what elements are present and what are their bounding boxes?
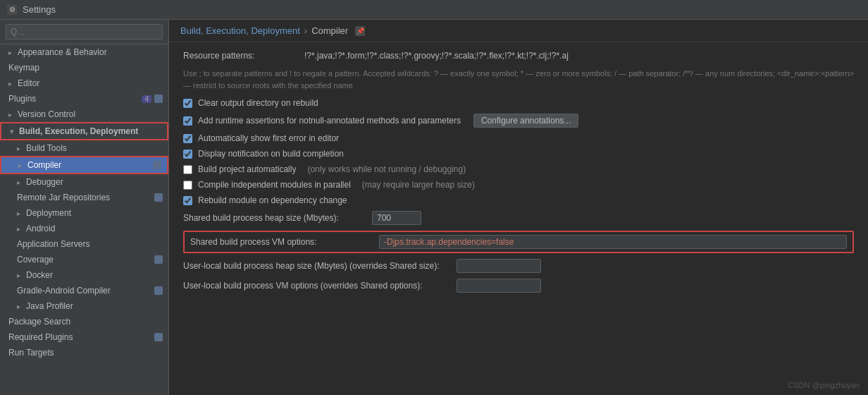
sidebar-item-build-tools[interactable]: ▸Build Tools (0, 140, 168, 156)
sidebar-item-android[interactable]: ▸Android (0, 221, 168, 236)
sidebar-item-label-run-targets: Run Targets (8, 348, 163, 358)
sidebar-item-label-keymap: Keymap (8, 63, 163, 73)
breadcrumb-separator: › (304, 25, 307, 36)
settings-icon: ⚙ (7, 5, 17, 15)
user-local-heap-input[interactable] (457, 259, 541, 273)
user-local-vm-input[interactable] (457, 279, 541, 293)
checkbox-row-build-auto: Build project automatically(only works w… (183, 164, 854, 174)
shared-heap-input[interactable] (372, 211, 421, 225)
checkbox-runtime-assertions[interactable] (183, 116, 192, 126)
sidebar-label-text-appearance: Appearance & Behavior (18, 47, 107, 57)
sidebar-item-appearance[interactable]: ▸Appearance & Behavior (0, 44, 168, 60)
inline-note-build-auto: (only works while not running / debuggin… (307, 164, 466, 174)
sidebar-label-text-coverage: Coverage (17, 255, 54, 265)
checkbox-row-notification-build: Display notification on build completion (183, 149, 854, 159)
checkbox-compile-parallel[interactable] (183, 181, 192, 190)
arrow-icon-version-control: ▸ (8, 111, 12, 119)
arrow-icon-build-exec-deploy: ▾ (10, 128, 13, 135)
checkbox-label-runtime-assertions: Add runtime assertions for notnull-annot… (198, 116, 461, 126)
sidebar-item-label-docker: ▸Docker (17, 270, 163, 280)
sidebar-content: ▸Appearance & BehaviorKeymap▸EditorPlugi… (0, 44, 168, 395)
sidebar-item-compiler[interactable]: ▸Compiler (0, 156, 168, 174)
icon-small-plugins (154, 95, 163, 103)
sidebar-label-text-build-exec-deploy: Build, Execution, Deployment (19, 126, 138, 136)
sidebar-item-label-remote-jar: Remote Jar Repositories (17, 193, 151, 202)
arrow-icon-android: ▸ (17, 225, 20, 233)
sidebar-label-text-deployment: Deployment (26, 208, 71, 218)
sidebar-item-gradle-android[interactable]: Gradle-Android Compiler (0, 283, 168, 298)
right-panel: Build, Execution, Deployment › Compiler … (169, 20, 868, 395)
checkbox-notification-build[interactable] (183, 150, 192, 159)
sidebar-item-label-package-search: Package Search (8, 317, 163, 327)
sidebar-item-docker[interactable]: ▸Docker (0, 267, 168, 283)
sidebar-label-text-package-search: Package Search (8, 317, 70, 327)
sidebar-item-label-plugins: Plugins (8, 94, 139, 104)
sidebar-item-coverage[interactable]: Coverage (0, 252, 168, 267)
checkbox-label-rebuild-module: Rebuild module on dependency change (198, 195, 347, 205)
breadcrumb-parent[interactable]: Build, Execution, Deployment (180, 25, 300, 36)
sidebar-item-app-servers[interactable]: Application Servers (0, 236, 168, 252)
checkbox-label-notification-build: Display notification on build completion (198, 149, 344, 159)
sidebar-label-text-debugger: Debugger (26, 177, 63, 187)
sidebar-item-label-app-servers: Application Servers (17, 239, 163, 249)
resource-patterns-row: Resource patterns: !?*.java;!?*.form;!?*… (183, 51, 854, 61)
resource-patterns-value: !?*.java;!?*.form;!?*.class;!?*.groovy;!… (304, 51, 854, 61)
arrow-icon-editor: ▸ (8, 80, 12, 87)
checkbox-clear-output[interactable] (183, 99, 192, 108)
arrow-icon-deployment: ▸ (17, 209, 20, 217)
pin-icon[interactable]: 📌 (355, 26, 365, 36)
checkbox-rebuild-module[interactable] (183, 196, 192, 205)
icon-small-compiler (153, 161, 161, 169)
shared-heap-row: Shared build process heap size (Mbytes): (183, 211, 854, 225)
checkbox-label-clear-output: Clear output directory on rebuild (198, 98, 318, 108)
sidebar-item-deployment[interactable]: ▸Deployment (0, 205, 168, 221)
checkbox-show-first-error[interactable] (183, 134, 192, 143)
sidebar-item-remote-jar[interactable]: Remote Jar Repositories (0, 190, 168, 205)
configure-annotations-button[interactable]: Configure annotations... (473, 114, 578, 128)
user-local-vm-label: User-local build process VM options (ove… (183, 281, 451, 291)
sidebar-label-text-app-servers: Application Servers (17, 239, 89, 249)
checkbox-label-show-first-error: Automatically show first error in editor (198, 133, 339, 143)
search-box (0, 20, 168, 44)
badge-plugins: 4 (142, 95, 151, 103)
sidebar-item-label-deployment: ▸Deployment (17, 208, 163, 218)
search-input[interactable] (6, 24, 163, 40)
sidebar-item-run-targets[interactable]: Run Targets (0, 345, 168, 360)
sidebar-label-text-build-tools: Build Tools (26, 143, 67, 153)
sidebar-item-version-control[interactable]: ▸Version Control (0, 107, 168, 122)
main-container: ▸Appearance & BehaviorKeymap▸EditorPlugi… (0, 20, 868, 395)
sidebar-label-text-java-profiler: Java Profiler (26, 301, 73, 311)
sidebar-item-label-debugger: ▸Debugger (17, 177, 163, 187)
sidebar-item-plugins[interactable]: Plugins4 (0, 91, 168, 107)
checkbox-label-compile-parallel: Compile independent modules in parallel (198, 180, 351, 190)
checkbox-build-auto[interactable] (183, 165, 192, 174)
shared-vm-row: Shared build process VM options: (183, 231, 854, 253)
sidebar-item-debugger[interactable]: ▸Debugger (0, 174, 168, 190)
sidebar-label-text-run-targets: Run Targets (8, 348, 54, 358)
user-local-heap-row: User-local build process heap size (Mbyt… (183, 259, 854, 273)
shared-heap-label: Shared build process heap size (Mbytes): (183, 213, 366, 223)
panel-content: Resource patterns: !?*.java;!?*.form;!?*… (169, 42, 868, 395)
resource-patterns-label: Resource patterns: (183, 51, 296, 61)
sidebar-item-package-search[interactable]: Package Search (0, 314, 168, 329)
sidebar-item-build-exec-deploy[interactable]: ▾Build, Execution, Deployment (0, 122, 168, 140)
sidebar-item-label-android: ▸Android (17, 224, 163, 233)
arrow-icon-compiler: ▸ (18, 162, 22, 169)
sidebar-label-text-version-control: Version Control (18, 109, 75, 119)
sidebar-item-label-required-plugins: Required Plugins (8, 332, 151, 342)
sidebar-label-text-keymap: Keymap (8, 63, 39, 73)
sidebar-label-text-android: Android (26, 224, 55, 233)
sidebar-label-text-docker: Docker (26, 270, 53, 280)
sidebar-item-java-profiler[interactable]: ▸Java Profiler (0, 298, 168, 314)
shared-vm-input[interactable] (379, 235, 847, 249)
icon-small-coverage (154, 255, 163, 264)
sidebar-item-label-build-tools: ▸Build Tools (17, 143, 163, 153)
checkbox-row-show-first-error: Automatically show first error in editor (183, 133, 854, 143)
hint-text: Use ; to separate patterns and ! to nega… (183, 68, 854, 91)
sidebar: ▸Appearance & BehaviorKeymap▸EditorPlugi… (0, 20, 169, 395)
shared-vm-label: Shared build process VM options: (190, 237, 373, 247)
sidebar-item-editor[interactable]: ▸Editor (0, 75, 168, 91)
icon-small-gradle-android (154, 286, 163, 295)
sidebar-item-keymap[interactable]: Keymap (0, 60, 168, 75)
sidebar-item-required-plugins[interactable]: Required Plugins (0, 329, 168, 345)
